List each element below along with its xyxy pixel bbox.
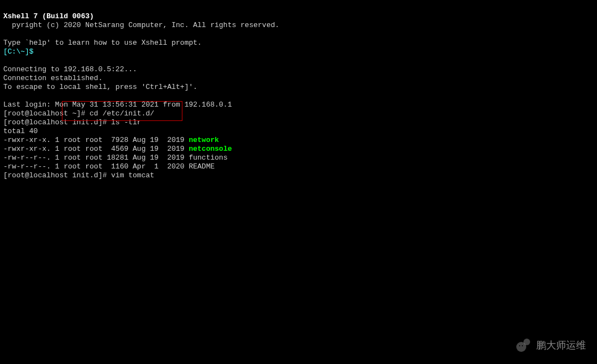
ls-row: -rwxr-xr-x. 1 root root 4569 Aug 19 2019… xyxy=(3,145,232,153)
escape-line: To escape to local shell, press 'Ctrl+Al… xyxy=(3,83,197,91)
watermark-text: 鹏大师运维 xyxy=(536,341,586,350)
established-line: Connection established. xyxy=(3,74,102,82)
ls-row: -rwxr-xr-x. 1 root root 7928 Aug 19 2019… xyxy=(3,136,219,144)
last-login-line: Last login: Mon May 31 13:56:31 2021 fro… xyxy=(3,101,232,109)
app-title: Xshell 7 (Build 0063) xyxy=(3,12,94,20)
local-prompt: [C:\~]$ xyxy=(3,48,34,56)
help-line: Type `help' to learn how to use Xshell p… xyxy=(3,39,202,47)
copyright-line: pyright (c) 2020 NetSarang Computer, Inc… xyxy=(3,21,279,29)
watermark: 鹏大师运维 xyxy=(516,337,586,353)
wechat-icon xyxy=(516,337,532,353)
terminal-output[interactable]: Xshell 7 (Build 0063) pyright (c) 2020 N… xyxy=(0,0,597,183)
prompt-line-1: [root@localhost ~]# cd /etc/init.d/ xyxy=(3,109,154,118)
ls-row: -rw-r--r--. 1 root root 1160 Apr 1 2020 … xyxy=(3,162,214,171)
prompt-line-2: [root@localhost init.d]# ls -tlr xyxy=(3,118,142,126)
connecting-line: Connecting to 192.168.0.5:22... xyxy=(3,65,137,73)
ls-row: -rw-r--r--. 1 root root 18281 Aug 19 201… xyxy=(3,154,228,162)
prompt-line-3: [root@localhost init.d]# vim tomcat xyxy=(3,171,154,180)
total-line: total 40 xyxy=(3,127,38,135)
